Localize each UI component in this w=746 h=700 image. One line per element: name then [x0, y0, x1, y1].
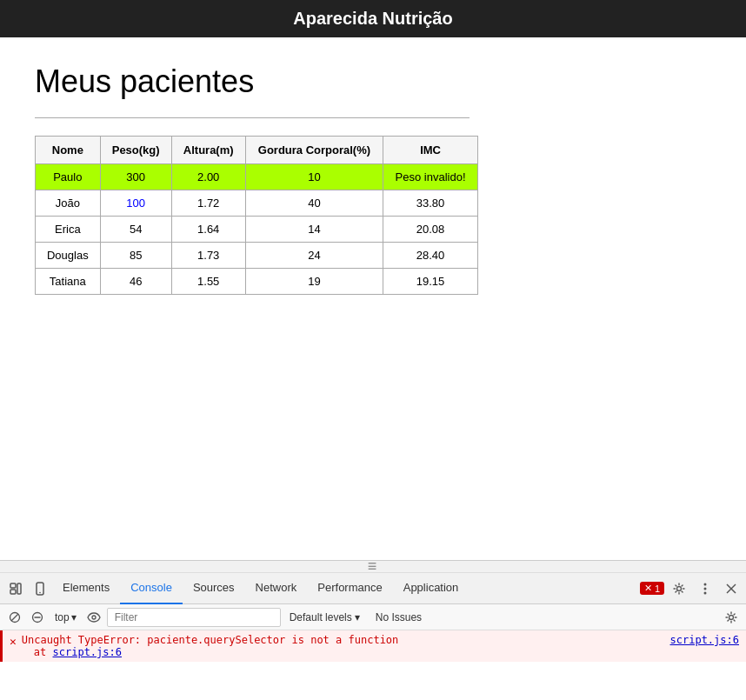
default-levels-button[interactable]: Default levels ▾	[284, 610, 365, 625]
error-text: Uncaught TypeError: paciente.querySelect…	[22, 634, 398, 658]
devtools-more-icon[interactable]	[694, 577, 716, 600]
console-output: ✕ Uncaught TypeError: paciente.querySele…	[0, 630, 746, 700]
cell-gordura: 19	[245, 269, 383, 295]
error-at-link[interactable]: script.js:6	[53, 646, 122, 658]
console-settings-icon[interactable]	[722, 608, 741, 627]
console-toolbar: top ▾ Default levels ▾ No Issues	[0, 604, 746, 630]
live-expression-icon[interactable]	[84, 608, 103, 627]
cell-imc: Peso invalido!	[383, 164, 478, 190]
devtools-close-icon[interactable]	[720, 577, 743, 600]
svg-point-15	[92, 616, 96, 619]
cell-altura: 1.72	[171, 190, 245, 217]
col-imc: IMC	[383, 137, 478, 164]
cell-altura: 1.55	[171, 269, 245, 295]
cell-gordura: 24	[245, 243, 383, 269]
frame-selector-arrow: ▾	[71, 611, 77, 623]
devtools-right-controls: ✕ 1	[640, 577, 743, 600]
cell-gordura: 40	[245, 190, 383, 217]
cell-imc: 33.80	[383, 190, 478, 217]
frame-selector-label: top	[55, 611, 70, 623]
tab-application[interactable]: Application	[393, 573, 470, 604]
error-icon: ✕	[10, 635, 17, 648]
col-altura: Altura(m)	[171, 137, 245, 164]
cell-nome: Erica	[36, 217, 101, 243]
default-levels-arrow: ▾	[355, 611, 360, 623]
tab-performance[interactable]: Performance	[307, 573, 392, 604]
devtools-settings-icon[interactable]	[668, 577, 690, 600]
default-levels-label: Default levels	[290, 611, 352, 623]
svg-point-4	[39, 591, 41, 593]
divider	[35, 117, 470, 118]
svg-point-7	[704, 587, 707, 590]
cell-altura: 1.64	[171, 217, 245, 243]
svg-rect-2	[17, 583, 21, 594]
error-at-text: at script.js:6	[22, 646, 398, 658]
devtools-tabs-bar: Elements Console Sources Network Perform…	[0, 573, 746, 604]
cell-peso: 54	[100, 217, 171, 243]
cell-imc: 28.40	[383, 243, 478, 269]
table-row: Tatiana461.551919.15	[36, 269, 478, 295]
svg-rect-0	[10, 583, 16, 588]
svg-point-6	[704, 583, 707, 585]
cell-nome: João	[36, 190, 101, 217]
cell-peso: 85	[100, 243, 171, 269]
cell-nome: Paulo	[36, 164, 101, 190]
col-gordura: Gordura Corporal(%)	[245, 137, 383, 164]
error-message: Uncaught TypeError: paciente.querySelect…	[22, 634, 398, 646]
patients-table: Nome Peso(kg) Altura(m) Gordura Corporal…	[35, 136, 478, 295]
no-issues-label: No Issues	[376, 611, 422, 623]
table-row: Douglas851.732428.40	[36, 243, 478, 269]
main-content: Meus pacientes Nome Peso(kg) Altura(m) G…	[0, 37, 746, 481]
svg-line-12	[11, 614, 18, 621]
devtools-drag-handle[interactable]: ≡	[0, 561, 746, 573]
cell-altura: 2.00	[171, 164, 245, 190]
tab-network[interactable]: Network	[245, 573, 308, 604]
error-source-link[interactable]: script.js:6	[670, 634, 739, 646]
cell-peso: 100	[100, 190, 171, 217]
cell-peso: 46	[100, 269, 171, 295]
devtools-panel: ≡ Elements Console Sources	[0, 560, 746, 700]
console-filter-input[interactable]	[107, 608, 281, 627]
error-x-icon: ✕	[644, 583, 652, 594]
page-title: Meus pacientes	[35, 63, 711, 100]
cell-peso: 300	[100, 164, 171, 190]
cell-nome: Douglas	[36, 243, 101, 269]
error-count-badge[interactable]: ✕ 1	[640, 582, 664, 595]
table-header-row: Nome Peso(kg) Altura(m) Gordura Corporal…	[36, 137, 478, 164]
cell-imc: 19.15	[383, 269, 478, 295]
no-issues-button[interactable]: No Issues	[369, 610, 429, 625]
cell-altura: 1.73	[171, 243, 245, 269]
app-title: Aparecida Nutrição	[293, 9, 452, 28]
cell-nome: Tatiana	[36, 269, 101, 295]
clear-console-icon[interactable]	[5, 608, 24, 627]
svg-rect-1	[10, 590, 16, 594]
svg-point-16	[729, 615, 734, 619]
frame-selector[interactable]: top ▾	[50, 610, 81, 625]
tab-elements[interactable]: Elements	[52, 573, 120, 604]
table-row: Erica541.641420.08	[36, 217, 478, 243]
console-error-row: ✕ Uncaught TypeError: paciente.querySele…	[0, 630, 746, 662]
svg-point-5	[677, 586, 682, 590]
tab-sources[interactable]: Sources	[183, 573, 245, 604]
device-toolbar-icon[interactable]	[28, 577, 52, 601]
cell-imc: 20.08	[383, 217, 478, 243]
cell-gordura: 14	[245, 217, 383, 243]
no-entry-icon[interactable]	[28, 608, 47, 627]
tab-console[interactable]: Console	[120, 573, 183, 604]
inspect-element-icon[interactable]	[3, 577, 28, 601]
col-peso: Peso(kg)	[100, 137, 171, 164]
error-count: 1	[655, 583, 660, 594]
svg-point-8	[704, 591, 707, 594]
col-nome: Nome	[36, 137, 101, 164]
app-title-bar: Aparecida Nutrição	[0, 0, 746, 37]
cell-gordura: 10	[245, 164, 383, 190]
table-row: Paulo3002.0010Peso invalido!	[36, 164, 478, 190]
table-body: Paulo3002.0010Peso invalido!João1001.724…	[36, 164, 478, 295]
table-row: João1001.724033.80	[36, 190, 478, 217]
